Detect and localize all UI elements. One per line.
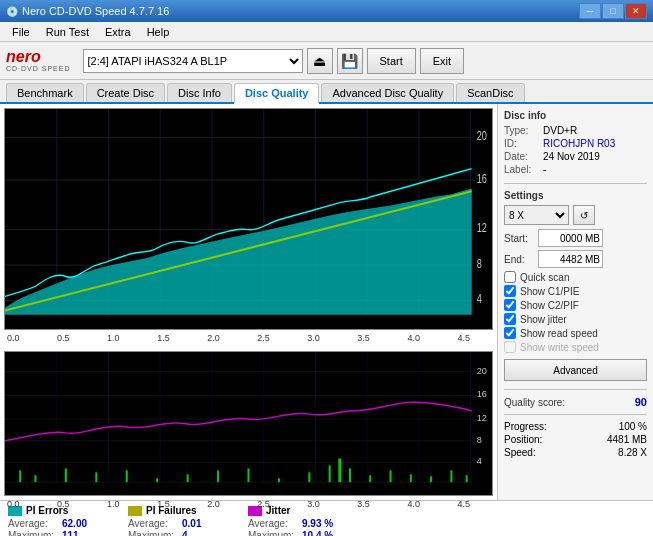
legend-pi-failures: PI Failures Average: 0.01 Maximum: 4 Tot…	[128, 505, 228, 536]
pi-failures-max-value: 4	[182, 530, 188, 536]
svg-text:20: 20	[477, 366, 487, 376]
pi-errors-max-value: 111	[62, 530, 79, 536]
tab-create-disc[interactable]: Create Disc	[86, 83, 165, 102]
nero-logo: nero CD·DVD SPEED	[6, 49, 71, 72]
show-read-speed-checkbox[interactable]	[504, 327, 516, 339]
speed-row-progress: Speed: 8.28 X	[504, 447, 647, 458]
main-content: 20 16 12 8 4 200 160 80 40 0.0 0.5 1.0 1…	[0, 104, 653, 500]
advanced-button[interactable]: Advanced	[504, 359, 647, 381]
show-jitter-checkbox[interactable]	[504, 313, 516, 325]
jitter-max-label: Maximum:	[248, 530, 298, 536]
svg-text:12: 12	[477, 221, 487, 235]
chart-top-x-labels: 0.0 0.5 1.0 1.5 2.0 2.5 3.0 3.5 4.0 4.5	[5, 333, 472, 343]
speed-selector[interactable]: 8 X MAX 2 X 4 X 12 X 16 X	[504, 205, 569, 225]
show-read-speed-row: Show read speed	[504, 327, 647, 339]
position-label: Position:	[504, 434, 542, 445]
show-c1pie-label: Show C1/PIE	[520, 286, 579, 297]
maximize-button[interactable]: □	[602, 3, 624, 19]
show-jitter-label: Show jitter	[520, 314, 567, 325]
svg-text:16: 16	[477, 389, 487, 399]
disc-type-value: DVD+R	[543, 125, 577, 136]
menu-help[interactable]: Help	[139, 24, 178, 40]
position-row: Position: 4481 MB	[504, 434, 647, 445]
minimize-button[interactable]: ─	[579, 3, 601, 19]
svg-text:12: 12	[477, 413, 487, 423]
app-title: Nero CD-DVD Speed 4.7.7.16	[22, 5, 169, 17]
show-write-speed-label: Show write speed	[520, 342, 599, 353]
chart-area: 20 16 12 8 4 200 160 80 40 0.0 0.5 1.0 1…	[0, 104, 498, 500]
start-input[interactable]	[538, 229, 603, 247]
show-c2pif-row: Show C2/PIF	[504, 299, 647, 311]
disc-date-row: Date: 24 Nov 2019	[504, 151, 647, 162]
eject-icon[interactable]: ⏏	[307, 48, 333, 74]
disc-id-row: ID: RICOHJPN R03	[504, 138, 647, 149]
legend-jitter: Jitter Average: 9.93 % Maximum: 10.4 % P…	[248, 505, 348, 536]
menu-bar: File Run Test Extra Help	[0, 22, 653, 42]
speed-value: 8.28 X	[618, 447, 647, 458]
svg-text:4: 4	[477, 457, 482, 467]
quick-scan-label: Quick scan	[520, 272, 569, 283]
divider-3	[504, 414, 647, 415]
drive-selector[interactable]: [2:4] ATAPI iHAS324 A BL1P	[83, 49, 303, 73]
position-value: 4481 MB	[607, 434, 647, 445]
chart-bottom-x-labels: 0.0 0.5 1.0 1.5 2.0 2.5 3.0 3.5 4.0 4.5	[5, 499, 472, 509]
menu-run-test[interactable]: Run Test	[38, 24, 97, 40]
quick-scan-row: Quick scan	[504, 271, 647, 283]
disc-info-title: Disc info	[504, 110, 647, 121]
progress-row: Progress: 100 %	[504, 421, 647, 432]
title-bar: 💿 Nero CD-DVD Speed 4.7.7.16 ─ □ ✕	[0, 0, 653, 22]
exit-button[interactable]: Exit	[420, 48, 464, 74]
close-button[interactable]: ✕	[625, 3, 647, 19]
start-button[interactable]: Start	[367, 48, 416, 74]
menu-extra[interactable]: Extra	[97, 24, 139, 40]
pi-failures-avg: Average: 0.01	[128, 518, 228, 529]
tab-scandisc[interactable]: ScanDisc	[456, 83, 524, 102]
quick-scan-checkbox[interactable]	[504, 271, 516, 283]
tab-benchmark[interactable]: Benchmark	[6, 83, 84, 102]
disc-type-label: Type:	[504, 125, 539, 136]
menu-file[interactable]: File	[4, 24, 38, 40]
svg-text:8: 8	[477, 256, 482, 270]
quality-score-value: 90	[635, 396, 647, 408]
disc-info-section: Disc info Type: DVD+R ID: RICOHJPN R03 D…	[504, 110, 647, 175]
svg-text:4: 4	[477, 292, 482, 306]
tab-disc-quality[interactable]: Disc Quality	[234, 83, 320, 104]
quality-score-label: Quality score:	[504, 397, 565, 408]
disc-label-label: Label:	[504, 164, 539, 175]
title-bar-left: 💿 Nero CD-DVD Speed 4.7.7.16	[6, 5, 169, 17]
disc-date-value: 24 Nov 2019	[543, 151, 600, 162]
show-read-speed-label: Show read speed	[520, 328, 598, 339]
disc-label-value: -	[543, 164, 546, 175]
show-c2pif-checkbox[interactable]	[504, 299, 516, 311]
pi-errors-avg: Average: 62.00	[8, 518, 108, 529]
disc-type-row: Type: DVD+R	[504, 125, 647, 136]
tab-disc-info[interactable]: Disc Info	[167, 83, 232, 102]
tab-advanced-disc-quality[interactable]: Advanced Disc Quality	[321, 83, 454, 102]
disc-id-label: ID:	[504, 138, 539, 149]
speed-label: Speed:	[504, 447, 536, 458]
jitter-avg: Average: 9.93 %	[248, 518, 348, 529]
save-icon[interactable]: 💾	[337, 48, 363, 74]
jitter-max-value: 10.4 %	[302, 530, 333, 536]
toolbar: nero CD·DVD SPEED [2:4] ATAPI iHAS324 A …	[0, 42, 653, 80]
pi-failures-avg-value: 0.01	[182, 518, 201, 529]
jitter-max: Maximum: 10.4 %	[248, 530, 348, 536]
show-c1pie-checkbox[interactable]	[504, 285, 516, 297]
refresh-icon[interactable]: ↺	[573, 205, 595, 225]
settings-section: Settings 8 X MAX 2 X 4 X 12 X 16 X ↺ Sta…	[504, 190, 647, 381]
chart-bottom: 20 16 12 8 4 10 8 6 4 2 0.0 0.5 1.0 1.5 …	[4, 351, 493, 496]
speed-row: 8 X MAX 2 X 4 X 12 X 16 X ↺	[504, 205, 647, 225]
disc-label-row: Label: -	[504, 164, 647, 175]
show-write-speed-checkbox	[504, 341, 516, 353]
chart-top: 20 16 12 8 4 200 160 80 40 0.0 0.5 1.0 1…	[4, 108, 493, 330]
svg-text:16: 16	[477, 171, 487, 185]
divider-1	[504, 183, 647, 184]
quality-score-row: Quality score: 90	[504, 396, 647, 408]
pi-errors-max-label: Maximum:	[8, 530, 58, 536]
pi-failures-max-label: Maximum:	[128, 530, 178, 536]
tabs-bar: Benchmark Create Disc Disc Info Disc Qua…	[0, 80, 653, 104]
divider-2	[504, 389, 647, 390]
end-input[interactable]	[538, 250, 603, 268]
settings-title: Settings	[504, 190, 647, 201]
show-jitter-row: Show jitter	[504, 313, 647, 325]
